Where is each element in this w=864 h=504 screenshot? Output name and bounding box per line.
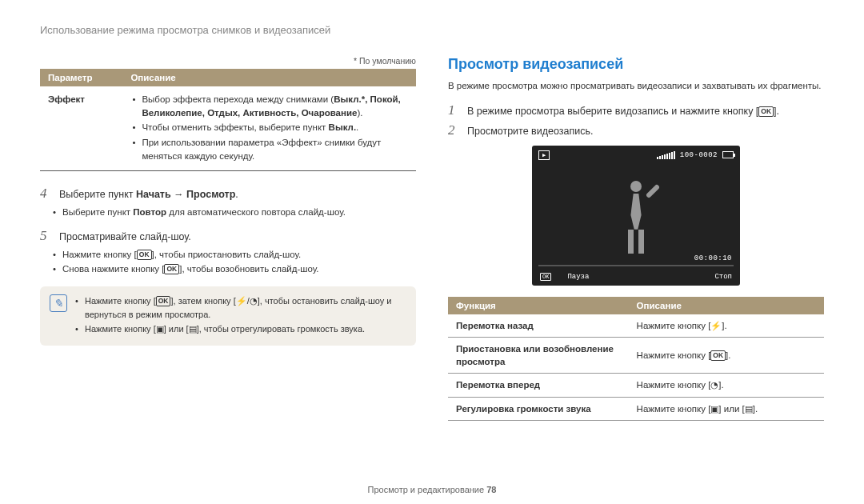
- default-note: * По умолчанию: [40, 56, 416, 66]
- step-5-sub1: Нажмите кнопку [OK], чтобы приостановить…: [40, 248, 416, 262]
- battery-icon: [722, 151, 734, 158]
- video-heading: Просмотр видеозаписей: [448, 56, 824, 73]
- step-5-sub2: Снова нажмите кнопку [OK], чтобы возобно…: [40, 262, 416, 277]
- video-step-1: 1 В режиме просмотра выберите видозапись…: [448, 102, 824, 119]
- ok-icon: OK: [710, 350, 726, 361]
- func-th-0: Функция: [448, 297, 629, 314]
- volume-bars-icon: [657, 151, 675, 159]
- flash-icon: ⚡: [710, 320, 722, 332]
- param-row-label: Эффект: [40, 86, 122, 171]
- param-th-1: Описание: [122, 69, 416, 86]
- function-table: Функция Описание Перемотка назад Нажмите…: [448, 297, 824, 421]
- step-4-sub: Выберите пункт Повтор для автоматическог…: [40, 206, 416, 220]
- ok-icon: OK: [137, 250, 152, 260]
- timer-icon: ◔: [710, 379, 718, 391]
- right-column: Просмотр видеозаписей В режиме просмотра…: [448, 56, 824, 421]
- zoom-tele-icon: ▤: [745, 403, 753, 415]
- page-footer: Просмотр и редактирование 78: [0, 485, 864, 494]
- video-silhouette: [616, 181, 656, 257]
- step-4: 4 Выберите пункт Начать → Просмотр.: [40, 186, 416, 202]
- note-icon: ✎: [50, 294, 67, 312]
- note-item-2: Нажмите кнопку [▣] или [▤], чтобы отрегу…: [75, 322, 406, 336]
- file-counter: 100-0002: [680, 151, 718, 159]
- flash-icon: ⚡: [236, 294, 247, 308]
- stop-label: Стоп: [714, 273, 732, 281]
- zoom-wide-icon: ▣: [710, 403, 718, 415]
- table-row: Приостановка или возобновление просмотра…: [448, 338, 824, 374]
- func-th-1: Описание: [629, 297, 824, 314]
- timer-icon: ◔: [250, 294, 258, 308]
- ok-icon: OK: [164, 264, 179, 274]
- step-5: 5 Просматривайте слайд-шоу.: [40, 228, 416, 245]
- left-column: * По умолчанию Параметр Описание Эффект …: [40, 56, 416, 421]
- elapsed-time: 00:00:10: [532, 254, 740, 262]
- parameter-table: Параметр Описание Эффект Выбор эффекта п…: [40, 69, 416, 171]
- table-row: Регулировка громкости звука Нажмите кноп…: [448, 397, 824, 420]
- video-step-2: 2 Просмотрите видеозапись.: [448, 122, 824, 139]
- zoom-wide-icon: ▣: [156, 322, 164, 336]
- step-4-num: 4: [40, 186, 51, 202]
- pause-label: Пауза: [567, 273, 589, 281]
- note-item-1: Нажмите кнопку [OK], затем кнопку [⚡/◔],…: [75, 294, 406, 321]
- table-row: Перемотка вперед Нажмите кнопку [◔].: [448, 374, 824, 397]
- ok-icon: OK: [540, 273, 551, 281]
- page-header: Использование режима просмотра снимков и…: [40, 24, 824, 36]
- param-th-0: Параметр: [40, 69, 122, 86]
- note-box: ✎ Нажмите кнопку [OK], затем кнопку [⚡/◔…: [40, 286, 416, 346]
- param-row-desc: Выбор эффекта перехода между снимками (В…: [122, 86, 416, 171]
- v-step2-num: 2: [448, 122, 459, 138]
- zoom-tele-icon: ▤: [189, 322, 197, 336]
- progress-bar: [538, 265, 734, 266]
- video-preview: ▶ 100-0002: [532, 146, 740, 286]
- table-row: Перемотка назад Нажмите кнопку [⚡].: [448, 314, 824, 338]
- ok-icon: OK: [758, 106, 774, 117]
- step-5-num: 5: [40, 228, 51, 244]
- video-intro: В режиме просмотра можно просматривать в…: [448, 79, 824, 93]
- play-indicator-icon: ▶: [538, 150, 550, 160]
- v-step1-num: 1: [448, 102, 459, 118]
- ok-icon: OK: [156, 296, 171, 306]
